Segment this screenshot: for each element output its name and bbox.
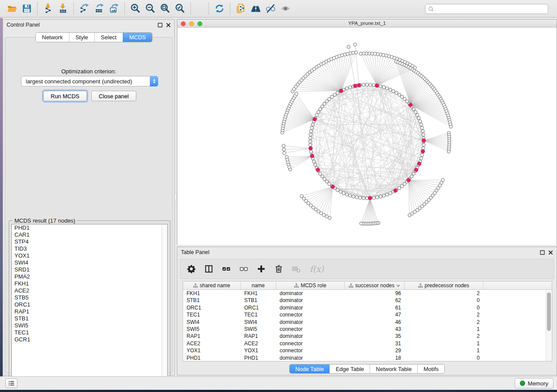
- delete-row-button[interactable]: [273, 263, 284, 275]
- select-all-button[interactable]: [221, 263, 232, 275]
- memory-label: Memory: [528, 380, 548, 387]
- task-history-button[interactable]: [5, 378, 17, 388]
- tab-edge-table[interactable]: Edge Table: [329, 364, 370, 373]
- float-window-icon[interactable]: [158, 23, 163, 28]
- search-network-button[interactable]: [248, 2, 263, 16]
- cell: RAP1: [241, 333, 276, 340]
- show-details-icon: [280, 3, 291, 14]
- zoom-fit-button[interactable]: [158, 2, 173, 16]
- zoom-in-button[interactable]: [128, 2, 143, 16]
- mcds-result-item[interactable]: ORC1: [12, 301, 167, 308]
- mcds-result-item[interactable]: FKH1: [12, 280, 167, 287]
- mcds-result-item[interactable]: STP4: [12, 238, 167, 245]
- hide-details-button[interactable]: [263, 2, 278, 16]
- mcds-result-item[interactable]: STB1: [12, 315, 167, 322]
- tab-network-table[interactable]: Network Table: [370, 364, 417, 373]
- table-row[interactable]: ORC1ORC1dominator610: [183, 304, 552, 311]
- import-table-button[interactable]: [55, 2, 70, 16]
- tab-motifs[interactable]: Motifs: [417, 364, 444, 373]
- column-header-shared-name[interactable]: shared name: [183, 282, 241, 289]
- import-network-button[interactable]: [41, 2, 55, 16]
- network-window-titlebar[interactable]: YPA_prune.txt_1: [177, 20, 557, 28]
- deselect-all-button[interactable]: [238, 263, 249, 275]
- table-row[interactable]: SWI5SWI5connector431: [183, 326, 552, 333]
- mcds-result-item[interactable]: TEC1: [12, 329, 167, 336]
- mcds-result-item[interactable]: PHD1: [12, 224, 167, 231]
- mcds-result-item[interactable]: SWI5: [12, 322, 167, 329]
- mcds-result-item[interactable]: RAP1: [12, 308, 167, 315]
- cell: 1: [405, 340, 483, 347]
- settings-gear-button[interactable]: [186, 263, 197, 275]
- close-panel-icon[interactable]: [166, 23, 171, 28]
- cell: connector: [276, 326, 345, 333]
- cell: FKH1: [241, 290, 276, 297]
- mcds-result-item[interactable]: PMA2: [12, 273, 167, 280]
- control-panel-tabs: NetworkStyleSelectMCDS: [35, 32, 152, 42]
- search-input[interactable]: [436, 6, 545, 12]
- mcds-result-list[interactable]: PHD1CAR1STP4TID3YOX1SWI4SRD1PMA2FKH1ACE2…: [11, 224, 168, 380]
- mcds-result-item[interactable]: SWI4: [12, 259, 167, 266]
- table-scrollbar[interactable]: [546, 290, 551, 361]
- mcds-list-scrollbar[interactable]: [162, 224, 167, 379]
- export-network-button[interactable]: [77, 2, 92, 16]
- toolbar-separator: [230, 3, 230, 15]
- dropdown-stepper-icon[interactable]: [150, 76, 158, 86]
- table-row[interactable]: STB1STB1dominator620: [183, 297, 552, 304]
- shared-column-icon: [193, 283, 198, 288]
- open-file-button[interactable]: [4, 2, 19, 16]
- mcds-result-item[interactable]: SRD1: [12, 266, 167, 273]
- function-builder-button[interactable]: f(x): [308, 263, 325, 275]
- table-row[interactable]: ACE2ACE2connector311: [183, 340, 552, 347]
- search-box[interactable]: [425, 4, 548, 14]
- column-header-MCDS-role[interactable]: MCDS role: [276, 282, 345, 289]
- zoom-fit-icon: [160, 3, 171, 14]
- export-table-button[interactable]: [92, 2, 107, 16]
- zoom-out-button[interactable]: [143, 2, 158, 16]
- table-row[interactable]: FKH1FKH1dominator962: [183, 290, 552, 297]
- run-mcds-button[interactable]: Run MCDS: [43, 91, 87, 101]
- save-session-button[interactable]: [19, 2, 34, 16]
- close-panel-button[interactable]: Close panel: [91, 91, 136, 101]
- split-columns-button[interactable]: [203, 263, 214, 275]
- table-row[interactable]: TEC1TEC1connector472: [183, 311, 552, 318]
- table-row[interactable]: PHD1PHD1dominator180: [183, 354, 552, 361]
- clone-network-button[interactable]: [233, 2, 248, 16]
- mcds-result-item[interactable]: GCR1: [12, 336, 167, 343]
- column-header-name[interactable]: name: [241, 282, 276, 289]
- cell: ORC1: [183, 304, 241, 311]
- table-panel-titlebar: Table Panel: [177, 247, 557, 258]
- float-window-icon[interactable]: [540, 250, 545, 255]
- node-table[interactable]: shared namenameMCDS rolesuccessor nodesp…: [183, 281, 552, 361]
- export-image-button[interactable]: [107, 2, 121, 16]
- delete-row-icon: [274, 264, 284, 274]
- mcds-result-item[interactable]: CAR1: [12, 231, 167, 238]
- tab-style[interactable]: Style: [69, 33, 94, 42]
- add-row-button[interactable]: [256, 263, 267, 275]
- table-panel-window: Table Panel f(x) shared namenameMCDS rol…: [177, 247, 557, 375]
- close-panel-icon[interactable]: [548, 250, 553, 255]
- column-header-successor-nodes[interactable]: successor nodes: [345, 282, 405, 289]
- tab-network[interactable]: Network: [36, 33, 69, 42]
- cell: STB1: [241, 297, 276, 304]
- tab-node-table[interactable]: Node Table: [290, 364, 330, 373]
- refresh-view-button[interactable]: [212, 2, 227, 16]
- table-row[interactable]: RAP1RAP1dominator352: [183, 333, 552, 340]
- criterion-dropdown[interactable]: largest connected component (undirected): [21, 76, 158, 86]
- network-graph-canvas[interactable]: [177, 28, 557, 245]
- cell: dominator: [276, 304, 345, 311]
- mcds-result-item[interactable]: YOX1: [12, 252, 167, 259]
- table-scrollbar-thumb[interactable]: [547, 292, 551, 331]
- column-header-predecessor-nodes[interactable]: predecessor nodes: [405, 282, 483, 289]
- cell: 47: [345, 311, 405, 318]
- mcds-result-item[interactable]: STB5: [12, 294, 167, 301]
- mcds-result-item[interactable]: TID3: [12, 245, 167, 252]
- delete-table-button[interactable]: [291, 263, 302, 275]
- mcds-result-item[interactable]: ACE2: [12, 287, 167, 294]
- tab-mcds[interactable]: MCDS: [123, 33, 152, 42]
- memory-button[interactable]: Memory: [515, 378, 554, 389]
- show-details-button[interactable]: [278, 2, 293, 16]
- tab-select[interactable]: Select: [94, 33, 123, 42]
- table-row[interactable]: SWI4SWI4dominator462: [183, 319, 552, 326]
- table-row[interactable]: YOX1YOX1connector291: [183, 347, 552, 354]
- zoom-selected-button[interactable]: [173, 2, 187, 16]
